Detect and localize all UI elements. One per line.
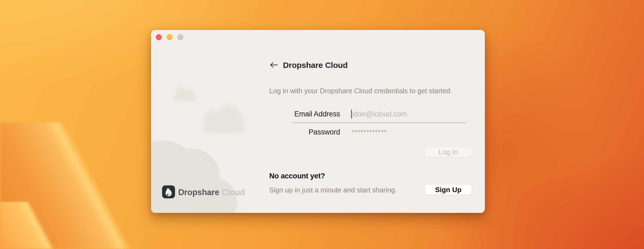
signup-message: Sign up in just a minute and start shari… <box>269 186 397 194</box>
dropshare-login-window: Dropshare Cloud Log in with your Dropsha… <box>151 30 485 213</box>
background-cloud-small <box>174 90 195 101</box>
text-caret <box>351 110 352 118</box>
wallpaper-dune-ridge-small <box>0 202 83 249</box>
password-row: Password <box>292 127 467 137</box>
desktop-wallpaper: { "window": { "traffic_lights": { "close… <box>0 0 644 249</box>
sign-up-button[interactable]: Sign Up <box>425 185 472 195</box>
close-button[interactable] <box>156 34 162 40</box>
password-field-wrap <box>348 127 467 137</box>
background-cloud-medium <box>203 107 245 133</box>
page-title: Dropshare Cloud <box>283 61 348 70</box>
back-arrow-icon <box>270 62 278 69</box>
brand-suffix: Cloud <box>222 188 245 197</box>
email-underline <box>292 123 467 123</box>
login-form: Email Address Password <box>292 109 467 137</box>
email-label: Email Address <box>292 110 340 118</box>
dropshare-branding: DropshareCloud <box>162 186 245 199</box>
email-row: Email Address <box>292 109 467 119</box>
password-field[interactable] <box>348 127 467 137</box>
password-label: Password <box>292 128 340 136</box>
intro-text: Log in with your Dropshare Cloud credent… <box>269 87 452 95</box>
dropshare-drop-icon <box>162 185 175 199</box>
log-in-button[interactable]: Log In <box>425 147 472 157</box>
window-header: Dropshare Cloud <box>269 60 348 70</box>
minimize-button[interactable] <box>167 34 173 40</box>
brand-name: Dropshare <box>178 188 219 197</box>
zoom-button[interactable] <box>177 34 183 40</box>
back-button[interactable] <box>269 62 278 69</box>
email-field[interactable] <box>348 109 467 119</box>
email-field-wrap <box>348 109 467 119</box>
brand-wordmark: DropshareCloud <box>178 188 245 197</box>
no-account-heading: No account yet? <box>269 172 325 180</box>
